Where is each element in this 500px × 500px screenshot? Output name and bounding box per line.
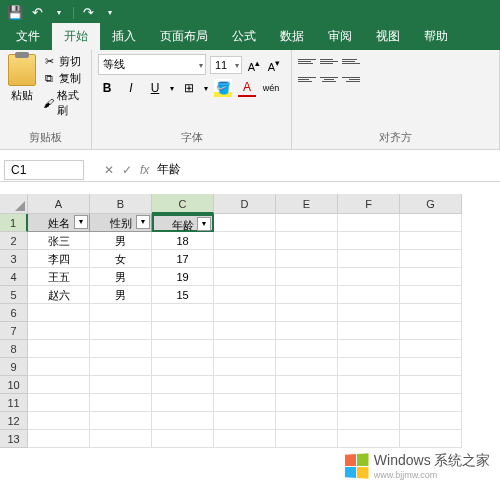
cell-G11[interactable] xyxy=(400,394,462,412)
cell-G2[interactable] xyxy=(400,232,462,250)
cell-A4[interactable]: 王五 xyxy=(28,268,90,286)
undo-dropdown-icon[interactable]: ▾ xyxy=(51,4,67,20)
filter-dropdown-icon[interactable]: ▼ xyxy=(197,217,211,231)
tab-home[interactable]: 开始 xyxy=(52,23,100,50)
cell-E12[interactable] xyxy=(276,412,338,430)
cell-A11[interactable] xyxy=(28,394,90,412)
cell-C2[interactable]: 18 xyxy=(152,232,214,250)
align-center-button[interactable] xyxy=(320,72,338,86)
cell-F11[interactable] xyxy=(338,394,400,412)
cell-D12[interactable] xyxy=(214,412,276,430)
cell-F7[interactable] xyxy=(338,322,400,340)
cell-G12[interactable] xyxy=(400,412,462,430)
cell-G9[interactable] xyxy=(400,358,462,376)
cell-B3[interactable]: 女 xyxy=(90,250,152,268)
paste-button[interactable]: 粘贴 xyxy=(6,54,38,118)
cell-A5[interactable]: 赵六 xyxy=(28,286,90,304)
tab-page-layout[interactable]: 页面布局 xyxy=(148,23,220,50)
tab-help[interactable]: 帮助 xyxy=(412,23,460,50)
row-header-1[interactable]: 1 xyxy=(0,214,28,232)
cell-D13[interactable] xyxy=(214,430,276,448)
cell-A9[interactable] xyxy=(28,358,90,376)
font-color-button[interactable]: A xyxy=(238,79,256,97)
cell-B7[interactable] xyxy=(90,322,152,340)
bold-button[interactable]: B xyxy=(98,79,116,97)
name-box[interactable]: C1 xyxy=(4,160,84,180)
column-header-E[interactable]: E xyxy=(276,194,338,214)
cell-B6[interactable] xyxy=(90,304,152,322)
cell-G5[interactable] xyxy=(400,286,462,304)
phonetic-button[interactable]: wén xyxy=(262,79,280,97)
cell-B8[interactable] xyxy=(90,340,152,358)
cancel-icon[interactable]: ✕ xyxy=(104,163,114,177)
save-icon[interactable]: 💾 xyxy=(7,4,23,20)
cell-G4[interactable] xyxy=(400,268,462,286)
cell-E7[interactable] xyxy=(276,322,338,340)
cell-F9[interactable] xyxy=(338,358,400,376)
row-header-4[interactable]: 4 xyxy=(0,268,28,286)
cell-G10[interactable] xyxy=(400,376,462,394)
cut-button[interactable]: ✂剪切 xyxy=(42,54,85,69)
cell-F2[interactable] xyxy=(338,232,400,250)
row-header-2[interactable]: 2 xyxy=(0,232,28,250)
cell-B9[interactable] xyxy=(90,358,152,376)
cell-C9[interactable] xyxy=(152,358,214,376)
cell-C5[interactable]: 15 xyxy=(152,286,214,304)
cell-E2[interactable] xyxy=(276,232,338,250)
border-dropdown-icon[interactable]: ▾ xyxy=(204,84,208,93)
cell-D3[interactable] xyxy=(214,250,276,268)
underline-dropdown-icon[interactable]: ▾ xyxy=(170,84,174,93)
cell-E11[interactable] xyxy=(276,394,338,412)
column-header-B[interactable]: B xyxy=(90,194,152,214)
row-header-5[interactable]: 5 xyxy=(0,286,28,304)
tab-formulas[interactable]: 公式 xyxy=(220,23,268,50)
cell-E13[interactable] xyxy=(276,430,338,448)
cell-B5[interactable]: 男 xyxy=(90,286,152,304)
column-header-D[interactable]: D xyxy=(214,194,276,214)
row-header-13[interactable]: 13 xyxy=(0,430,28,448)
cell-B13[interactable] xyxy=(90,430,152,448)
cell-A13[interactable] xyxy=(28,430,90,448)
cell-G1[interactable] xyxy=(400,214,462,232)
cell-F5[interactable] xyxy=(338,286,400,304)
cell-D10[interactable] xyxy=(214,376,276,394)
cell-E5[interactable] xyxy=(276,286,338,304)
cell-C13[interactable] xyxy=(152,430,214,448)
cell-D8[interactable] xyxy=(214,340,276,358)
select-all-corner[interactable] xyxy=(0,194,28,214)
cell-G7[interactable] xyxy=(400,322,462,340)
border-button[interactable]: ⊞ xyxy=(180,79,198,97)
row-header-12[interactable]: 12 xyxy=(0,412,28,430)
cell-D9[interactable] xyxy=(214,358,276,376)
filter-dropdown-icon[interactable]: ▼ xyxy=(74,215,88,229)
fx-button[interactable]: fx xyxy=(140,163,149,177)
row-header-8[interactable]: 8 xyxy=(0,340,28,358)
enter-icon[interactable]: ✓ xyxy=(122,163,132,177)
cell-E10[interactable] xyxy=(276,376,338,394)
cell-F12[interactable] xyxy=(338,412,400,430)
cell-E6[interactable] xyxy=(276,304,338,322)
font-name-select[interactable]: 等线▾ xyxy=(98,54,206,75)
column-header-G[interactable]: G xyxy=(400,194,462,214)
align-top-button[interactable] xyxy=(298,54,316,68)
row-header-11[interactable]: 11 xyxy=(0,394,28,412)
cell-B12[interactable] xyxy=(90,412,152,430)
cell-B1[interactable]: 性别▼ xyxy=(90,214,152,232)
tab-insert[interactable]: 插入 xyxy=(100,23,148,50)
cell-B2[interactable]: 男 xyxy=(90,232,152,250)
grow-font-button[interactable]: A▴ xyxy=(246,57,262,73)
row-header-3[interactable]: 3 xyxy=(0,250,28,268)
cell-A6[interactable] xyxy=(28,304,90,322)
italic-button[interactable]: I xyxy=(122,79,140,97)
cell-G13[interactable] xyxy=(400,430,462,448)
cell-F4[interactable] xyxy=(338,268,400,286)
tab-file[interactable]: 文件 xyxy=(4,23,52,50)
cell-G3[interactable] xyxy=(400,250,462,268)
cell-C8[interactable] xyxy=(152,340,214,358)
cell-E3[interactable] xyxy=(276,250,338,268)
cell-A3[interactable]: 李四 xyxy=(28,250,90,268)
font-size-select[interactable]: 11▾ xyxy=(210,56,242,74)
column-header-A[interactable]: A xyxy=(28,194,90,214)
copy-button[interactable]: ⧉复制 xyxy=(42,71,85,86)
align-middle-button[interactable] xyxy=(320,54,338,68)
